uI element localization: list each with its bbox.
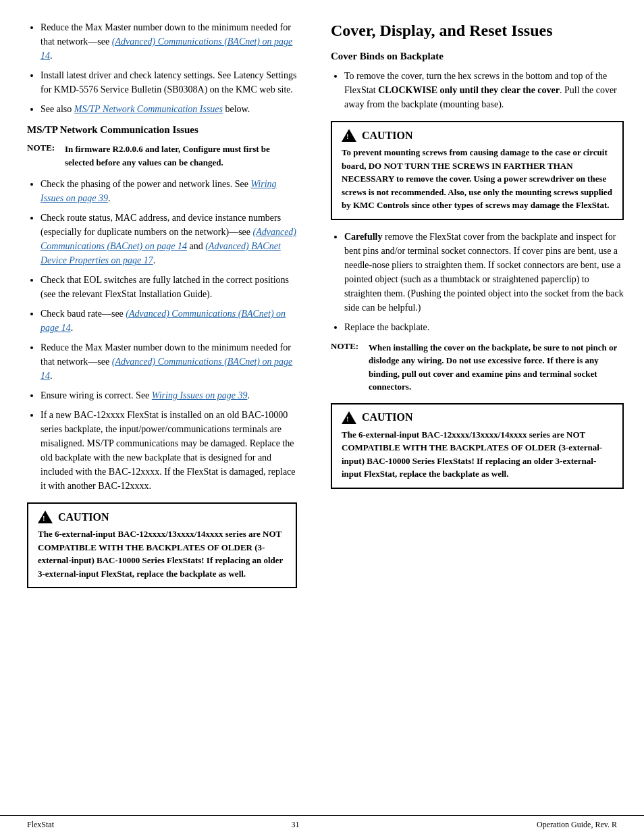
mstp-bullet-3: Check that EOL switches are fully latche… — [41, 273, 297, 301]
note-text: In firmware R2.0.0.6 and later, Configur… — [65, 142, 297, 169]
mstp-heading: MS/TP Network Communication Issues — [27, 124, 297, 136]
intro-bullet-2: Install latest driver and check latency … — [41, 68, 297, 97]
footer: FlexStat 31 Operation Guide, Rev. R — [0, 815, 644, 834]
left-column: Reduce the Max Master number down to the… — [0, 20, 311, 793]
footer-right: Operation Guide, Rev. R — [537, 820, 617, 830]
link-adv-comm-1[interactable]: (Advanced) Communications (BACnet) on pa… — [41, 36, 292, 61]
left-caution-box: CAUTION The 6-external-input BAC-12xxxx/… — [27, 502, 297, 588]
replace-bullet: Replace the backplate. — [344, 320, 624, 334]
right-note: NOTE: When installing the cover on the b… — [331, 341, 624, 394]
footer-center: 31 — [292, 820, 300, 830]
right-note-text: When installing the cover on the backpla… — [369, 341, 624, 394]
mstp-bullet-6: Ensure wiring is correct. See Wiring Iss… — [41, 388, 297, 402]
mstp-bullet-1: Check the phasing of the power and netwo… — [41, 177, 297, 205]
right-column: Cover, Display, and Reset Issues Cover B… — [311, 20, 644, 793]
content-area: Reduce the Max Master number down to the… — [0, 20, 644, 834]
note-label: NOTE: — [27, 142, 59, 169]
caution-triangle-icon-2 — [342, 129, 356, 142]
right-main-heading: Cover, Display, and Reset Issues — [331, 20, 624, 41]
left-caution-title: CAUTION — [38, 511, 286, 523]
link-wiring-1[interactable]: Wiring Issues on page 39 — [41, 179, 277, 203]
right-caution-title-2: CAUTION — [342, 411, 613, 424]
right-caution-title-1: CAUTION — [342, 129, 613, 142]
intro-bullet-1: Reduce the Max Master number down to the… — [41, 20, 297, 63]
right-caution-box-1: CAUTION To prevent mounting screws from … — [331, 121, 624, 220]
intro-bullets: Reduce the Max Master number down to the… — [41, 20, 297, 116]
link-adv-comm-4[interactable]: (Advanced) Communications (BACnet) on pa… — [41, 357, 292, 381]
intro-bullet-3: See also MS/TP Network Communication Iss… — [41, 102, 297, 116]
carefully-bullet: Carefully remove the FlexStat cover from… — [344, 230, 624, 315]
left-caution-text: The 6-external-input BAC-12xxxx/13xxxx/1… — [38, 527, 286, 580]
page: Reduce the Max Master number down to the… — [0, 0, 644, 834]
footer-left: FlexStat — [27, 820, 54, 830]
mstp-bullet-2: Check route status, MAC address, and dev… — [41, 211, 297, 267]
carefully-bullets: Carefully remove the FlexStat cover from… — [344, 230, 624, 334]
right-caution-text-1: To prevent mounting screws from causing … — [342, 146, 613, 212]
link-adv-comm-3[interactable]: (Advanced) Communications (BACnet) on pa… — [41, 309, 286, 333]
right-caution-box-2: CAUTION The 6-external-input BAC-12xxxx/… — [331, 403, 624, 489]
cover-binds-bullet-1: To remove the cover, turn the hex screws… — [344, 69, 624, 111]
cover-binds-heading: Cover Binds on Backplate — [331, 51, 624, 62]
mstp-bullet-7: If a new BAC-12xxxx FlexStat is installe… — [41, 408, 297, 493]
right-note-label: NOTE: — [331, 341, 363, 394]
cover-binds-bullets: To remove the cover, turn the hex screws… — [344, 69, 624, 111]
mstp-note: NOTE: In firmware R2.0.0.6 and later, Co… — [27, 142, 297, 169]
caution-triangle-icon-3 — [342, 411, 356, 424]
link-wiring-2[interactable]: Wiring Issues on page 39 — [152, 390, 248, 400]
link-mstp-issues[interactable]: MS/TP Network Communication Issues — [74, 104, 223, 114]
mstp-bullet-4: Check baud rate—see (Advanced) Communica… — [41, 307, 297, 335]
mstp-bullet-5: Reduce the Max Master number down to the… — [41, 340, 297, 383]
mstp-bullets: Check the phasing of the power and netwo… — [41, 177, 297, 493]
right-caution-text-2: The 6-external-input BAC-12xxxx/13xxxx/1… — [342, 428, 613, 481]
caution-triangle-icon — [38, 511, 53, 523]
